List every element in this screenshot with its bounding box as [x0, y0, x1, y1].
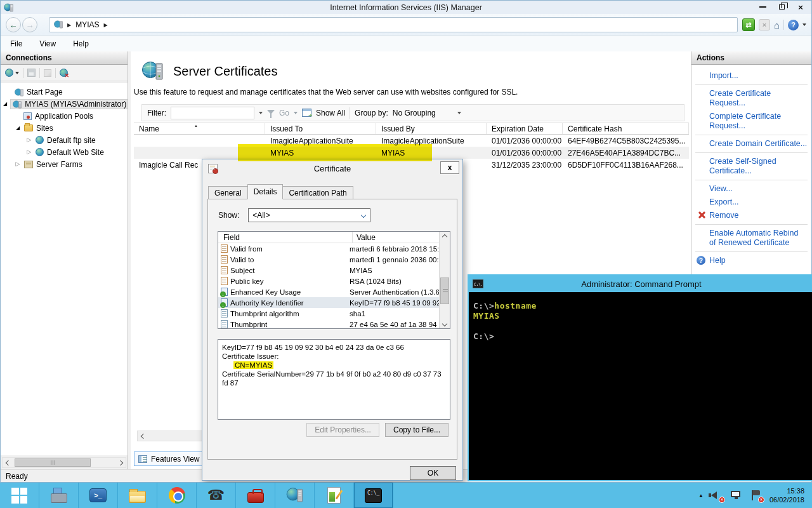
field-row[interactable]: Valid to martedì 1 gennaio 2036 00:00...	[218, 254, 439, 265]
scroll-up-icon[interactable]	[440, 232, 450, 241]
chrome-button[interactable]	[157, 483, 197, 508]
phone-icon: ☎	[207, 488, 225, 502]
menu-view[interactable]: View	[39, 39, 56, 48]
home-button[interactable]: ⌂	[774, 20, 780, 30]
menu-help[interactable]: Help	[73, 39, 89, 48]
menu-file[interactable]: File	[10, 39, 22, 48]
expander-open-icon[interactable]	[3, 102, 7, 107]
field-row[interactable]: Thumbprint 27 e4 6a 5e 40 af 1a 38 94 dc…	[218, 319, 439, 330]
group-by-select[interactable]: No Grouping	[393, 109, 461, 117]
field-row[interactable]: Enhanced Key Usage Server Authentication…	[218, 286, 439, 297]
cmd-titlebar[interactable]: C:\. Administrator: Command Prompt	[469, 276, 812, 292]
filter-input[interactable]	[171, 107, 254, 119]
dialog-close-button[interactable]: x	[440, 161, 459, 174]
close-button[interactable]: ×	[791, 1, 810, 13]
minimize-button[interactable]	[753, 1, 772, 13]
action-remove[interactable]: Remove	[691, 209, 811, 222]
tree-item-sites[interactable]: Sites	[1, 122, 128, 134]
scrollbar-thumb[interactable]	[440, 277, 449, 304]
field-row[interactable]: Subject MYIAS	[218, 265, 439, 276]
go-button[interactable]: Go	[279, 109, 289, 117]
content-horizontal-scrollbar[interactable]	[137, 431, 203, 441]
action-create-self-signed-certificate[interactable]: Create Self-Signed Certificate...	[691, 155, 811, 178]
forward-button[interactable]: →	[22, 17, 37, 32]
action-create-domain-certificate[interactable]: Create Domain Certificate...	[691, 137, 811, 150]
scroll-down-icon[interactable]	[440, 319, 450, 328]
tree-item-server-farms[interactable]: Server Farms	[1, 158, 128, 170]
expander-closed-icon[interactable]	[26, 149, 32, 155]
breadcrumb-item[interactable]: MYIAS	[75, 20, 99, 29]
action-view[interactable]: View...	[691, 182, 811, 196]
restore-button[interactable]	[772, 1, 791, 13]
action-import[interactable]: Import...	[691, 69, 811, 83]
action-center-flag-icon[interactable]: ×	[750, 490, 763, 501]
network-icon[interactable]	[730, 490, 743, 501]
tray-expand-icon[interactable]: ▲	[698, 493, 704, 498]
refresh-button[interactable]: ⇄	[742, 18, 755, 31]
tree-item-application-pools[interactable]: Application Pools	[1, 110, 128, 122]
field-row[interactable]: Thumbprint algorithm sha1	[218, 308, 439, 319]
start-button[interactable]	[0, 483, 39, 508]
field-row-selected[interactable]: Authority Key Identifier KeyID=77 f9 b8 …	[218, 297, 439, 308]
help-button[interactable]: ?	[788, 20, 799, 30]
cmd-output-area[interactable]: C:\>hostname MYIAS C:\>	[469, 292, 812, 342]
tree-item-server-myias[interactable]: MYIAS (MYIAS\Administrator)	[1, 98, 128, 110]
column-value[interactable]: Value	[353, 232, 450, 243]
tab-certification-path[interactable]: Certification Path	[282, 186, 353, 199]
command-prompt-button[interactable]: C:\_	[354, 483, 393, 508]
action-complete-certificate-request[interactable]: Complete Certificate Request...	[691, 110, 811, 133]
tree-item-start-page[interactable]: Start Page	[1, 86, 128, 98]
file-explorer-button[interactable]	[118, 483, 157, 508]
clock[interactable]: 15:38 06/02/2018	[769, 486, 804, 504]
scrollbar-thumb[interactable]	[15, 458, 91, 467]
scroll-left-icon[interactable]	[3, 458, 13, 467]
copy-to-file-button[interactable]: Copy to File...	[385, 423, 449, 437]
rename-connection-icon[interactable]	[44, 69, 51, 77]
column-header-expiration[interactable]: Expiration Date	[487, 123, 563, 134]
connections-horizontal-scrollbar[interactable]	[2, 457, 126, 468]
field-list-header: Field Value	[218, 232, 450, 243]
tree-item-default-ftp-site[interactable]: Default ftp site	[1, 134, 128, 146]
go-dropdown-icon[interactable]	[294, 112, 298, 114]
action-create-certificate-request[interactable]: Create Certificate Request...	[691, 87, 811, 110]
volume-muted-icon[interactable]: ×	[710, 490, 723, 501]
help-dropdown-icon[interactable]	[802, 23, 806, 26]
phone-app-button[interactable]: ☎	[197, 483, 236, 508]
server-manager-button[interactable]	[39, 483, 79, 508]
column-header-issued-to[interactable]: Issued To	[265, 123, 376, 134]
features-view-button[interactable]: Features View	[134, 451, 202, 466]
back-button[interactable]: ←	[6, 17, 21, 32]
performance-log-button[interactable]	[315, 483, 354, 508]
expander-closed-icon[interactable]	[15, 161, 21, 167]
field-detail-box[interactable]: KeyID=77 f9 b8 45 19 09 92 30 b4 e0 24 2…	[218, 339, 450, 420]
tree-item-default-web-site[interactable]: Default Web Site	[1, 146, 128, 158]
iis-manager-button[interactable]	[275, 483, 315, 508]
column-header-hash[interactable]: Certificate Hash	[563, 123, 689, 134]
show-all-button[interactable]: Show All	[316, 109, 345, 117]
connect-server-button[interactable]	[5, 69, 19, 77]
filter-dropdown-icon[interactable]	[259, 112, 263, 114]
toolbox-app-button[interactable]	[236, 483, 275, 508]
stop-button[interactable]: ×	[759, 19, 770, 30]
action-export[interactable]: Export...	[691, 196, 811, 209]
ok-button[interactable]: OK	[410, 466, 456, 480]
action-help[interactable]: ?Help	[691, 254, 811, 267]
field-list-scrollbar[interactable]	[439, 232, 450, 328]
powershell-button[interactable]: >_	[79, 483, 118, 508]
column-field[interactable]: Field	[218, 232, 353, 243]
scroll-left-icon[interactable]	[138, 431, 148, 441]
breadcrumb[interactable]: ▶ MYIAS ▶	[49, 17, 738, 32]
remove-connection-icon[interactable]	[60, 69, 68, 77]
action-enable-automatic-rebind[interactable]: Enable Automatic Rebind of Renewed Certi…	[691, 227, 809, 250]
expander-open-icon[interactable]	[15, 126, 21, 131]
field-row[interactable]: Public key RSA (1024 Bits)	[218, 276, 439, 286]
column-header-name[interactable]: Name▲	[134, 123, 265, 134]
field-row[interactable]: Valid from martedì 6 febbraio 2018 15:35…	[218, 243, 439, 254]
show-select[interactable]: <All>	[248, 208, 370, 222]
tab-general[interactable]: General	[208, 186, 248, 199]
column-header-issued-by[interactable]: Issued By	[376, 123, 487, 134]
tab-details[interactable]: Details	[247, 184, 284, 199]
expander-closed-icon[interactable]	[26, 137, 32, 143]
scroll-right-icon[interactable]	[115, 458, 126, 467]
save-connections-icon[interactable]	[27, 69, 36, 77]
